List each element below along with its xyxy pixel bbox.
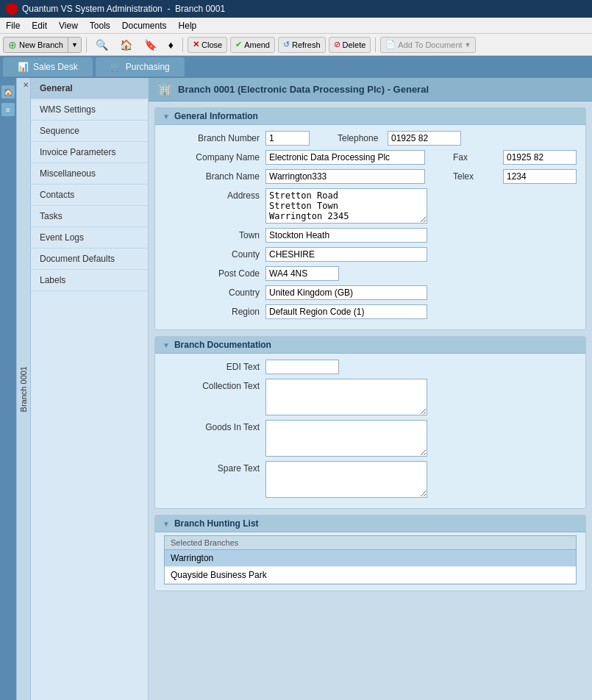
- refresh-button[interactable]: ↺ Refresh: [278, 37, 326, 53]
- branch-docs-header[interactable]: ▼ Branch Documentation: [155, 337, 585, 354]
- general-info-header[interactable]: ▼ General Information: [155, 108, 585, 125]
- collection-text-row: Collection Text: [164, 379, 577, 415]
- branch-hunting-section: ▼ Branch Hunting List Selected Branches …: [154, 515, 586, 591]
- county-row: County: [164, 247, 577, 262]
- edi-text-input[interactable]: [265, 360, 339, 374]
- hunting-list-item-1[interactable]: Quayside Business Park: [165, 567, 576, 584]
- fax-label: Fax: [453, 152, 497, 162]
- county-input[interactable]: [265, 247, 427, 262]
- menu-help[interactable]: Help: [179, 21, 197, 31]
- nav-item-sequence[interactable]: Sequence: [31, 121, 148, 142]
- nav-item-labels[interactable]: Labels: [31, 270, 148, 291]
- new-branch-dropdown[interactable]: ▼: [68, 40, 81, 50]
- nav-item-invoice-parameters[interactable]: Invoice Parameters: [31, 142, 148, 163]
- menu-edit[interactable]: Edit: [32, 21, 47, 31]
- delete-button[interactable]: ⊘ Delete: [329, 37, 371, 53]
- search-button[interactable]: 🔍: [91, 37, 113, 53]
- branch-hunting-header[interactable]: ▼ Branch Hunting List: [155, 515, 585, 532]
- edi-text-row: EDI Text: [164, 360, 577, 374]
- goods-in-text-input[interactable]: [265, 420, 427, 457]
- toolbar: ⊕ New Branch ▼ 🔍 🏠 🔖 ♦ ✕ Close ✔ Amend ↺…: [0, 34, 592, 56]
- side-list-icon[interactable]: ≡: [1, 103, 15, 116]
- page-title-bar: 🏢 Branch 0001 (Electronic Data Processin…: [149, 78, 592, 101]
- nav-item-contacts[interactable]: Contacts: [31, 185, 148, 206]
- address-input[interactable]: Stretton Road Stretton Town Warrington 2…: [265, 188, 427, 224]
- new-branch-icon: ⊕: [8, 39, 17, 51]
- nav-item-general[interactable]: General: [31, 78, 148, 99]
- spare-text-row: Spare Text: [164, 461, 577, 498]
- fax-info: Fax 01925 82: [453, 150, 577, 165]
- add-doc-dropdown[interactable]: ▼: [465, 41, 471, 49]
- branch-vertical-label: Branch 0001: [19, 366, 28, 412]
- telephone-info: Telephone 01925 82: [338, 131, 461, 146]
- address-label: Address: [164, 188, 260, 201]
- close-button[interactable]: ✕ Close: [188, 37, 227, 53]
- hunting-list-item-0[interactable]: Warrington: [165, 550, 576, 567]
- page-title-icon: 🏢: [157, 82, 172, 96]
- company-name-input[interactable]: [265, 150, 425, 165]
- bookmark-button[interactable]: 🔖: [140, 37, 161, 53]
- nav-item-miscellaneous[interactable]: Miscellaneous: [31, 163, 148, 185]
- nav-item-wms-settings[interactable]: WMS Settings: [31, 99, 148, 121]
- menu-tools[interactable]: Tools: [90, 21, 110, 31]
- branch-label-container: ✕ Branch 0001: [16, 78, 31, 700]
- branch-close-btn[interactable]: ✕: [23, 81, 29, 89]
- home-button[interactable]: 🏠: [115, 37, 137, 53]
- collection-text-input[interactable]: [265, 379, 427, 415]
- branch-docs-body: EDI Text Collection Text Goods In Text S…: [155, 354, 585, 508]
- town-input[interactable]: [265, 228, 427, 243]
- tab-bar: 📊 Sales Desk 🛒 Purchasing: [0, 56, 592, 78]
- town-row: Town: [164, 228, 577, 243]
- region-row: Region: [164, 304, 577, 319]
- general-info-body: Branch Number Telephone 01925 82 Company…: [155, 125, 585, 329]
- country-input[interactable]: [265, 285, 427, 300]
- hunting-list-header: Selected Branches: [165, 536, 576, 550]
- title-text: Quantum VS System Administration - Branc…: [22, 4, 225, 14]
- collection-text-label: Collection Text: [164, 379, 260, 391]
- add-to-document-button[interactable]: 📄 Add To Document ▼: [380, 37, 476, 53]
- address-row: Address Stretton Road Stretton Town Warr…: [164, 188, 577, 224]
- page-title: Branch 0001 (Electronic Data Processing …: [178, 84, 429, 95]
- fax-value: 01925 82: [503, 150, 577, 165]
- spare-text-input[interactable]: [265, 461, 427, 498]
- hunting-list: Selected Branches Warrington Quayside Bu…: [164, 535, 577, 585]
- diamond-button[interactable]: ♦: [164, 37, 178, 53]
- menu-bar: File Edit View Tools Documents Help: [0, 18, 592, 34]
- branch-name-label: Branch Name: [164, 169, 260, 182]
- country-label: Country: [164, 285, 260, 298]
- purchasing-icon: 🛒: [110, 62, 121, 72]
- post-code-input[interactable]: [265, 266, 339, 281]
- telephone-label: Telephone: [338, 133, 382, 143]
- goods-in-text-label: Goods In Text: [164, 420, 260, 432]
- side-home-icon[interactable]: 🏠: [1, 85, 15, 99]
- general-info-chevron: ▼: [163, 113, 170, 121]
- toolbar-sep-2: [182, 38, 183, 52]
- company-name-row: Company Name Fax 01925 82: [164, 150, 577, 165]
- menu-documents[interactable]: Documents: [122, 21, 167, 31]
- menu-view[interactable]: View: [59, 21, 78, 31]
- tab-sales-desk[interactable]: 📊 Sales Desk: [3, 57, 93, 76]
- new-branch-button[interactable]: ⊕ New Branch ▼: [3, 37, 82, 53]
- nav-item-document-defaults[interactable]: Document Defaults: [31, 249, 148, 270]
- telex-label: Telex: [453, 171, 497, 182]
- sales-desk-icon: 📊: [18, 62, 29, 72]
- nav-item-tasks[interactable]: Tasks: [31, 206, 148, 227]
- branch-name-row: Branch Name Telex 1234: [164, 169, 577, 184]
- post-code-row: Post Code: [164, 266, 577, 281]
- region-label: Region: [164, 304, 260, 317]
- nav-item-event-logs[interactable]: Event Logs: [31, 227, 148, 249]
- tab-purchasing[interactable]: 🛒 Purchasing: [96, 57, 185, 76]
- general-info-section: ▼ General Information Branch Number Tele…: [154, 107, 586, 330]
- amend-button[interactable]: ✔ Amend: [230, 37, 275, 53]
- refresh-icon: ↺: [283, 40, 290, 49]
- branch-name-input[interactable]: [265, 169, 425, 184]
- spare-text-label: Spare Text: [164, 461, 260, 474]
- branch-number-input[interactable]: [265, 131, 310, 146]
- branch-docs-section: ▼ Branch Documentation EDI Text Collecti…: [154, 336, 586, 509]
- region-input[interactable]: [265, 304, 427, 319]
- close-icon: ✕: [193, 40, 199, 49]
- telex-value: 1234: [503, 169, 577, 184]
- amend-icon: ✔: [235, 40, 242, 49]
- menu-file[interactable]: File: [6, 21, 20, 31]
- toolbar-sep-3: [375, 38, 376, 52]
